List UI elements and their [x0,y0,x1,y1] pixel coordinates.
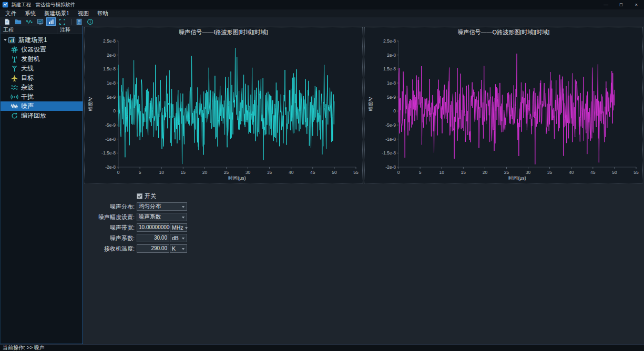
maximize-button[interactable]: □ [614,0,629,9]
info-button[interactable] [85,17,95,26]
menu-item-help[interactable]: 帮助 [93,9,113,17]
noise-figure-input[interactable]: 30.00 [137,234,169,242]
svg-text:-5e-9: -5e-9 [385,122,396,128]
waveform-icon [26,18,33,25]
svg-text:10: 10 [159,170,164,175]
noise-icon [11,102,18,110]
noise-distribution-select[interactable]: 均匀分布 [137,202,187,211]
switch-checkbox[interactable] [137,193,142,199]
noise-i-chart-panel: 噪声信号——I路波形图[时域][时域] 2.5e-82e-81.5e-81e-8… [84,27,363,183]
new-project-button[interactable] [2,17,12,26]
noise-bandwidth-unit-select[interactable]: MHz [170,223,187,232]
tree-item-label: 新建场景1 [18,36,47,45]
window-title: 新建工程 - 雷达信号模拟软件 [11,2,598,8]
project-tree: 新建场景1仪器设置发射机天线目标杂波干扰噪声编译回放 [1,34,83,344]
svg-text:20: 20 [202,170,208,175]
select-value: 噪声系数 [139,213,180,221]
form-row: 噪声幅度设置:噪声系数 [88,213,644,221]
tree-item-interference[interactable]: 干扰 [1,92,83,101]
minimize-button[interactable]: — [598,0,614,9]
export-icon [37,18,44,25]
svg-text:45: 45 [310,170,315,175]
form-field-label: 噪声分布: [88,203,135,211]
titlebar: 新建工程 - 雷达信号模拟软件 — □ × [0,0,644,9]
tree-item-label: 编译回放 [21,111,46,120]
noise-q-chart-panel: 噪声信号——Q路波形图[时域][时域] 2.5e-82e-81.5e-81e-8… [364,27,643,183]
chart-panel-button[interactable] [46,17,56,26]
svg-text:5e-9: 5e-9 [387,95,396,100]
tree-item-noise[interactable]: 噪声 [1,101,83,111]
waveform-view-button[interactable] [24,17,34,26]
svg-text:-5e-9: -5e-9 [105,122,116,128]
interference-icon [11,93,18,101]
svg-text:2e-8: 2e-8 [387,53,396,58]
antenna-icon [11,65,18,73]
close-button[interactable]: × [629,0,644,9]
svg-text:25: 25 [224,170,229,175]
gear-icon [11,46,18,54]
tree-item-clutter[interactable]: 杂波 [1,82,83,92]
tree-item-instrument-settings[interactable]: 仪器设置 [1,45,83,54]
noise-q-chart: 2.5e-82e-81.5e-81e-85e-90-5e-9-1e-8-1.5e… [365,37,642,183]
sidebar-column-project: 工程 [1,26,57,34]
svg-text:时间(μs): 时间(μs) [228,175,246,181]
noise-figure-unit-select[interactable]: dB [170,234,187,242]
tree-item-transmitter[interactable]: 发射机 [1,54,83,64]
svg-text:2e-8: 2e-8 [107,53,116,58]
tree-item-label: 天线 [21,64,34,73]
svg-text:55: 55 [633,170,639,175]
menu-item-file[interactable]: 文件 [1,9,21,17]
noise-i-chart: 2.5e-82e-81.5e-81e-85e-90-5e-9-1e-8-1.5e… [85,37,362,183]
expand-arrow-icon[interactable] [2,38,8,42]
tree-item-antenna[interactable]: 天线 [1,64,83,73]
noise-bandwidth-input[interactable]: 10.000000000 [137,223,169,232]
menu-item-system[interactable]: 系统 [21,9,40,17]
sidebar-column-notes: 注释 [57,26,73,34]
form-field-label: 噪声幅度设置: [88,213,135,221]
svg-text:时间(μs): 时间(μs) [508,175,526,181]
clutter-icon [11,84,18,91]
svg-text:1e-8: 1e-8 [387,80,396,86]
form-field-label: 接收机温度: [88,245,135,253]
chevron-down-icon [181,205,185,209]
fullscreen-button[interactable] [57,17,67,26]
menu-item-scene[interactable]: 新建场景1 [40,9,74,17]
scene-icon [8,36,16,44]
svg-text:5: 5 [139,170,141,175]
svg-text:2.5e-8: 2.5e-8 [383,38,396,44]
chart-panel-icon [48,18,55,25]
report-button[interactable] [74,17,84,26]
svg-text:1.5e-8: 1.5e-8 [103,66,116,71]
form-rows: 噪声分布:均匀分布噪声幅度设置:噪声系数噪声带宽:10.000000000MHz… [88,202,644,253]
open-project-button[interactable] [13,17,23,26]
tree-item-target[interactable]: 目标 [1,73,83,82]
svg-text:40: 40 [569,170,574,175]
tree-item-label: 干扰 [21,92,34,101]
receiver-temperature-unit-select[interactable]: K [170,244,187,253]
tree-item-compile-replay[interactable]: 编译回放 [1,111,83,120]
form-row: 噪声带宽:10.000000000MHz [88,223,644,232]
unit-value: MHz [172,224,183,231]
tree-item-scene[interactable]: 新建场景1 [1,35,83,45]
svg-text:35: 35 [547,170,553,175]
noise-amplitude-setting-select[interactable]: 噪声系数 [137,213,187,221]
main-area: 噪声信号——I路波形图[时域][时域] 2.5e-82e-81.5e-81e-8… [83,26,644,344]
svg-text:20: 20 [483,170,488,175]
svg-text:50: 50 [612,170,617,175]
chart-title-q: 噪声信号——Q路波形图[时域][时域] [365,27,642,37]
svg-text:15: 15 [461,170,466,175]
export-view-button[interactable] [35,17,45,26]
svg-text:-1e-8: -1e-8 [385,137,396,142]
switch-label: 开关 [145,192,156,200]
receiver-temperature-input[interactable]: 290.00 [137,244,169,253]
svg-text:30: 30 [246,170,251,175]
svg-text:1e-8: 1e-8 [107,80,116,86]
app-window: 新建工程 - 雷达信号模拟软件 — □ × 文件系统新建场景1视图帮助 工程 注… [0,0,644,351]
menu-item-view[interactable]: 视图 [74,9,93,17]
select-value: 均匀分布 [139,203,180,210]
svg-text:30: 30 [526,170,531,175]
svg-text:1.5e-8: 1.5e-8 [383,66,396,71]
svg-text:0: 0 [113,108,116,113]
svg-text:-2e-8: -2e-8 [105,164,116,170]
report-icon [76,18,83,25]
